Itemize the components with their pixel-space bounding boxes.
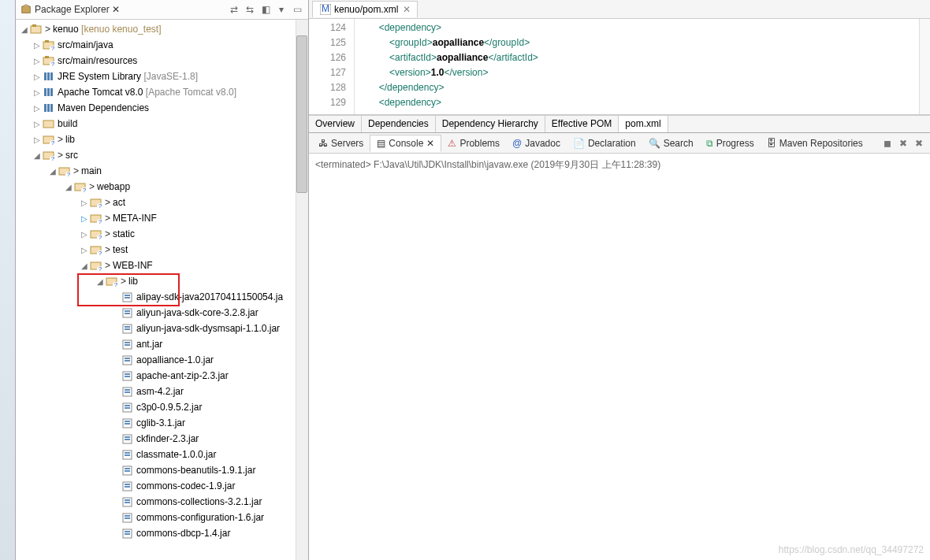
jar-item[interactable]: cglib-3.1.jar: [16, 415, 308, 431]
expand-icon[interactable]: ◢: [19, 25, 30, 34]
tree-item[interactable]: ◢>webapp: [16, 179, 308, 195]
jar-item[interactable]: aopalliance-1.0.jar: [16, 352, 308, 368]
tab-search[interactable]: 🔍Search: [642, 135, 700, 151]
activity-bar[interactable]: [0, 0, 16, 560]
tree-item[interactable]: ◢>src: [16, 147, 308, 163]
jar-item[interactable]: commons-dbcp-1.4.jar: [16, 525, 308, 541]
jar-item[interactable]: asm-4.2.jar: [16, 384, 308, 399]
jar-item[interactable]: ant.jar: [16, 336, 308, 352]
tab-problems[interactable]: ⚠Problems: [441, 135, 506, 151]
console-toolbar: ◼ ✖ ✖: [881, 137, 930, 150]
tree-item[interactable]: ▷JRE System Library [JavaSE-1.8]: [16, 69, 308, 84]
jar-label: aopalliance-1.0.jar: [136, 354, 214, 365]
tree-item[interactable]: ▷>META-INF: [16, 210, 308, 226]
svg-rect-26: [106, 278, 117, 285]
menu-icon[interactable]: ▾: [275, 3, 288, 16]
link-icon[interactable]: ⇆: [244, 3, 256, 16]
tree-item[interactable]: ▷>test: [16, 242, 308, 258]
tree-item[interactable]: ▷Apache Tomcat v8.0 [Apache Tomcat v8.0]: [16, 84, 308, 100]
library-icon: [43, 71, 55, 82]
remove-all-icon[interactable]: ✖: [913, 137, 925, 150]
jar-item[interactable]: classmate-1.0.0.jar: [16, 447, 308, 462]
pom-tab-overview[interactable]: Overview: [309, 116, 362, 132]
svg-rect-59: [125, 454, 130, 456]
project-tree[interactable]: ◢ > kenuo [kenuo kenuo_test] ▷src/main/j…: [16, 20, 308, 560]
svg-rect-22: [91, 215, 101, 222]
jar-item[interactable]: commons-configuration-1.6.jar: [16, 510, 308, 525]
folder-icon: [43, 118, 55, 129]
jar-label: classmate-1.0.0.jar: [136, 449, 216, 460]
jar-label: aliyun-java-sdk-core-3.2.8.jar: [136, 307, 259, 318]
tree-project[interactable]: ◢ > kenuo [kenuo kenuo_test]: [16, 21, 308, 37]
scrollbar[interactable]: [296, 20, 308, 560]
remove-icon[interactable]: ✖: [897, 137, 910, 150]
scrollbar-thumb[interactable]: [296, 35, 307, 193]
jar-icon: [121, 370, 134, 381]
jar-label: commons-configuration-1.6.jar: [136, 512, 264, 523]
console-output[interactable]: <terminated> F:\Java\Util\JDK\Install\bi…: [309, 154, 930, 560]
svg-rect-37: [125, 342, 130, 343]
tab-javadoc[interactable]: @Javadoc: [506, 135, 567, 151]
svg-rect-73: [125, 531, 130, 532]
tree-item[interactable]: ▷build: [16, 116, 308, 132]
tab-maven-repos[interactable]: 🗄Maven Repositories: [761, 135, 869, 151]
tree-item[interactable]: ▷>act: [16, 195, 308, 210]
jar-item[interactable]: alipay-sdk-java20170411150054.ja: [16, 289, 308, 305]
svg-rect-24: [91, 247, 101, 254]
terminate-icon[interactable]: ◼: [881, 137, 894, 150]
code-editor[interactable]: 124125126 127128129 <dependency> <groupI…: [309, 19, 930, 115]
close-icon[interactable]: ✕: [403, 4, 411, 15]
jar-item[interactable]: commons-collections-3.2.1.jar: [16, 494, 308, 510]
minimize-icon[interactable]: ▭: [291, 3, 303, 16]
svg-rect-10: [44, 88, 46, 96]
folder-icon: [90, 228, 102, 239]
code-content[interactable]: <dependency> <groupId>aopalliance</group…: [355, 19, 919, 114]
jar-item[interactable]: c3p0-0.9.5.2.jar: [16, 399, 308, 415]
editor-tab[interactable]: M kenuo/pom.xml ✕: [312, 1, 418, 17]
tree-item-lib[interactable]: ◢>lib: [16, 273, 308, 289]
jar-item[interactable]: aliyun-java-sdk-dysmsapi-1.1.0.jar: [16, 321, 308, 336]
library-icon: [43, 102, 55, 113]
pom-tab-xml[interactable]: pom.xml: [619, 116, 668, 132]
folder-icon: [58, 165, 71, 176]
svg-rect-23: [91, 231, 101, 238]
tree-item[interactable]: ▷>lib: [16, 132, 308, 147]
pom-tab-hierarchy[interactable]: Dependency Hierarchy: [436, 116, 545, 132]
tree-item-webinf[interactable]: ◢>WEB-INF: [16, 258, 308, 273]
tree-item[interactable]: ▷src/main/java: [16, 37, 308, 53]
jar-icon: [121, 496, 134, 507]
svg-rect-17: [43, 136, 54, 143]
jar-icon: [121, 339, 134, 350]
tree-item[interactable]: ▷Maven Dependencies: [16, 100, 308, 116]
collapse-icon[interactable]: ⇄: [228, 3, 240, 16]
focus-icon[interactable]: ◧: [259, 3, 272, 16]
bottom-pane: 🖧Servers ▤Console ✕ ⚠Problems @Javadoc 📄…: [309, 132, 930, 560]
tab-declaration[interactable]: 📄Declaration: [567, 135, 642, 151]
jar-label: aliyun-java-sdk-dysmsapi-1.1.0.jar: [136, 323, 280, 334]
project-decor: [kenuo kenuo_test]: [81, 24, 161, 35]
tab-servers[interactable]: 🖧Servers: [312, 135, 370, 151]
jar-item[interactable]: apache-ant-zip-2.3.jar: [16, 368, 308, 384]
svg-rect-8: [47, 72, 50, 80]
tab-console[interactable]: ▤Console ✕: [370, 135, 441, 152]
jar-label: alipay-sdk-java20170411150054.ja: [136, 291, 283, 302]
pom-editor-tabs: Overview Dependencies Dependency Hierarc…: [309, 115, 930, 132]
jar-label: commons-dbcp-1.4.jar: [136, 528, 230, 539]
tree-item[interactable]: ▷>static: [16, 226, 308, 242]
svg-rect-41: [125, 360, 130, 362]
jar-item[interactable]: commons-beanutils-1.9.1.jar: [16, 462, 308, 478]
pom-tab-effective[interactable]: Effective POM: [545, 116, 619, 132]
folder-icon: [43, 134, 55, 145]
jar-icon: [121, 291, 134, 302]
pom-tab-deps[interactable]: Dependencies: [362, 116, 436, 132]
tab-progress[interactable]: ⧉Progress: [700, 135, 761, 151]
svg-text:M: M: [322, 4, 329, 14]
svg-rect-50: [125, 407, 130, 409]
tree-item[interactable]: ▷src/main/resources: [16, 53, 308, 69]
tree-item[interactable]: ◢>main: [16, 163, 308, 179]
jar-item[interactable]: ckfinder-2.3.jar: [16, 431, 308, 447]
jar-item[interactable]: aliyun-java-sdk-core-3.2.8.jar: [16, 305, 308, 321]
overview-ruler[interactable]: [919, 19, 930, 114]
jar-item[interactable]: commons-codec-1.9.jar: [16, 478, 308, 494]
xml-file-icon: M: [319, 4, 332, 15]
